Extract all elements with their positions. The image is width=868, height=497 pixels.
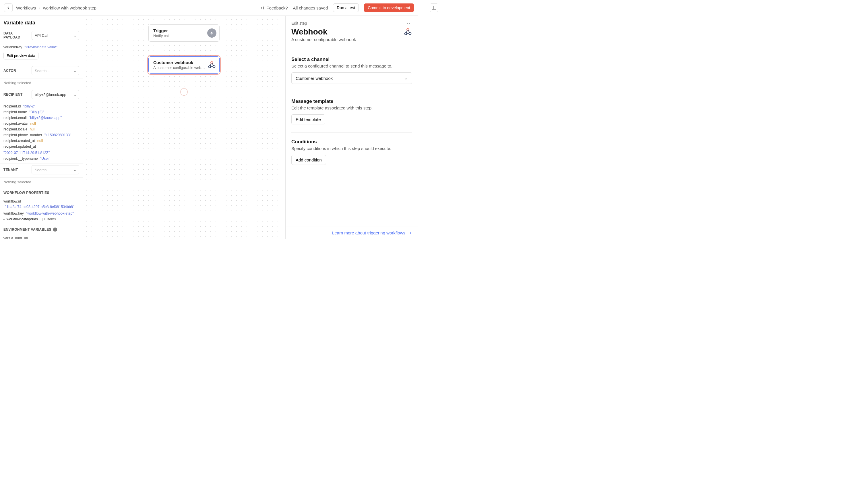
webhook-icon: [207, 60, 217, 70]
edit-step-panel: Edit step ··· Webhook A customer configu…: [285, 16, 418, 239]
connector-line: [184, 43, 184, 56]
back-button[interactable]: [4, 3, 13, 12]
recipient-select[interactable]: billy+2@knock.app ⌄: [32, 90, 79, 99]
workflow-key-value: "workflow-with-webhook-step": [26, 211, 74, 215]
step-title: Webhook: [291, 27, 327, 37]
breadcrumb-current: workflow with webhook step: [43, 5, 97, 10]
template-heading: Message template: [291, 99, 412, 104]
webhook-node-title: Customer webhook: [153, 60, 205, 65]
svg-point-4: [213, 66, 215, 68]
tenant-label: TENANT: [3, 168, 29, 172]
variable-data-panel: Variable data DATA PAYLOAD API Call ⌄ va…: [0, 16, 83, 239]
trigger-node-title: Trigger: [153, 28, 205, 33]
connector-line: [184, 74, 184, 88]
workflow-id-key: workflow.id: [3, 199, 21, 203]
recipient-label: RECIPIENT: [3, 93, 29, 97]
chevron-down-icon: ⌄: [73, 168, 77, 172]
chevron-down-icon: ⌄: [404, 75, 408, 81]
step-subtitle: A customer configurable webhook: [291, 37, 412, 42]
learn-more-link[interactable]: Learn more about triggering workflows: [332, 230, 412, 235]
environment-variables-label: ENVIRONMENT VARIABLES: [3, 228, 52, 231]
workflow-id-value: "1ba2af74-cd03-4297-a5e3-8ef081534bb8": [0, 204, 83, 211]
more-icon[interactable]: ···: [407, 21, 412, 26]
workflow-properties-label: WORKFLOW PROPERTIES: [0, 187, 83, 197]
arrow-right-icon: [408, 231, 412, 235]
edit-preview-data-button[interactable]: Edit preview data: [3, 52, 39, 59]
data-payload-label: DATA PAYLOAD: [3, 31, 29, 39]
webhook-step-node[interactable]: Customer webhook A customer configurable…: [148, 56, 220, 73]
workflow-canvas[interactable]: Trigger Notify call Customer webhook A c…: [83, 16, 285, 239]
chevron-left-icon: [6, 6, 10, 10]
recipient-property-row: recipient.__typename"User": [0, 156, 83, 161]
recipient-property-row: recipient.avatarnull: [0, 120, 83, 126]
run-test-button[interactable]: Run a test: [333, 3, 359, 12]
breadcrumb: Workflows › workflow with webhook step: [16, 5, 97, 10]
chevron-down-icon: ⌄: [73, 69, 77, 73]
data-payload-select[interactable]: API Call ⌄: [32, 31, 79, 40]
recipient-property-row: recipient.localenull: [0, 126, 83, 132]
tenant-nothing-selected: Nothing selected: [0, 178, 83, 187]
feedback-link[interactable]: Feedback?: [260, 5, 288, 10]
chevron-right-icon: ▸: [3, 218, 5, 221]
svg-point-7: [409, 33, 411, 35]
channel-select[interactable]: Customer webhook ⌄: [291, 72, 412, 84]
edit-template-button[interactable]: Edit template: [291, 114, 325, 124]
recipient-property-row: recipient.name"Billy (2)": [0, 109, 83, 115]
channel-description: Select a configured channel to send this…: [291, 63, 412, 68]
recipient-property-row: recipient.phone_number"+15082989133": [0, 132, 83, 138]
svg-point-6: [405, 33, 407, 35]
add-condition-button[interactable]: Add condition: [291, 155, 326, 165]
chevron-down-icon: ⌄: [73, 33, 77, 38]
actor-nothing-selected: Nothing selected: [0, 79, 83, 88]
tenant-select[interactable]: Search... ⌄: [32, 165, 79, 174]
workflow-categories-row[interactable]: ▸ workflow.categories [ ] 0 items: [0, 216, 83, 222]
breadcrumb-root[interactable]: Workflows: [16, 5, 36, 10]
webhook-node-subtitle: A customer configurable webh...: [153, 66, 205, 70]
actor-select[interactable]: Search... ⌄: [32, 66, 79, 75]
trigger-node[interactable]: Trigger Notify call: [148, 25, 220, 42]
recipient-property-row: recipient.email"billy+2@knock.app": [0, 115, 83, 120]
channel-heading: Select a channel: [291, 57, 412, 62]
variable-key-label: variableKey: [3, 45, 22, 49]
workflow-key-key: workflow.key: [3, 211, 24, 215]
svg-point-3: [209, 66, 211, 68]
variable-key-value: "Preview data value": [25, 45, 57, 49]
recipient-property-row: recipient.created_atnull: [0, 138, 83, 144]
lightning-icon: [207, 28, 217, 38]
edit-step-label: Edit step: [291, 21, 307, 26]
commit-button[interactable]: Commit to development: [364, 3, 414, 12]
recipient-property-row: recipient.id"billy-2": [0, 103, 83, 109]
actor-label: ACTOR: [3, 69, 29, 73]
template-description: Edit the template associated with this s…: [291, 105, 412, 110]
recipient-property-row: recipient.updated_at"2022-07-11T14:29:51…: [0, 144, 83, 156]
megaphone-icon: [260, 6, 265, 10]
env-var-key: vars.a_long_url: [3, 236, 28, 239]
conditions-description: Specify conditions in which this step sh…: [291, 146, 412, 151]
trigger-node-subtitle: Notify call: [153, 33, 205, 38]
chevron-down-icon: ⌄: [73, 93, 77, 97]
add-step-button[interactable]: +: [180, 88, 188, 96]
save-status: All changes saved: [293, 5, 328, 10]
webhook-icon: [403, 28, 412, 36]
chevron-right-icon: ›: [39, 5, 40, 10]
conditions-heading: Conditions: [291, 139, 412, 145]
panel-title: Variable data: [0, 16, 83, 29]
info-icon[interactable]: i: [53, 228, 57, 231]
